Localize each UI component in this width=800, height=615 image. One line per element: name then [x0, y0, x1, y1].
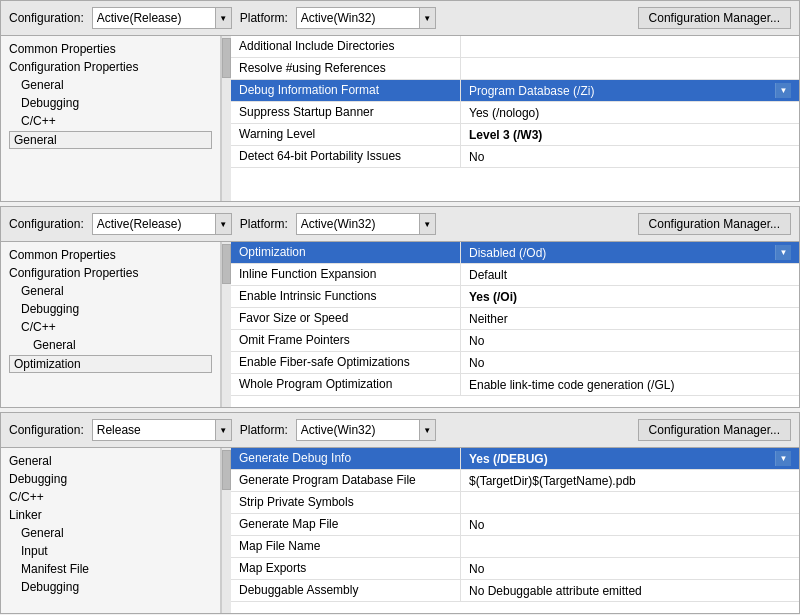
property-value-text: Disabled (/Od)	[469, 246, 775, 260]
tree-item[interactable]: C/C++	[1, 112, 220, 130]
tree-item[interactable]: Linker	[1, 506, 220, 524]
config-manager-button[interactable]: Configuration Manager...	[638, 419, 791, 441]
property-name: Resolve #using References	[231, 58, 461, 79]
property-row[interactable]: Generate Map FileNo	[231, 514, 799, 536]
properties-panel: Additional Include DirectoriesResolve #u…	[231, 36, 799, 201]
tree-item[interactable]: Debugging	[1, 578, 220, 596]
property-name: Map Exports	[231, 558, 461, 579]
tree-item[interactable]: General	[1, 336, 220, 354]
tree-panel: Common PropertiesConfiguration Propertie…	[1, 36, 221, 201]
property-row[interactable]: Whole Program OptimizationEnable link-ti…	[231, 374, 799, 396]
property-row[interactable]: Resolve #using References	[231, 58, 799, 80]
config-combo-arrow[interactable]: ▼	[215, 8, 231, 28]
tree-item[interactable]: Debugging	[1, 94, 220, 112]
property-row[interactable]: Generate Program Database File$(TargetDi…	[231, 470, 799, 492]
panel-3: Configuration: Release ▼ Platform: Activ…	[0, 412, 800, 614]
property-value: Level 3 (/W3)	[461, 124, 799, 145]
property-dropdown-button[interactable]: ▼	[775, 451, 791, 466]
property-name: Debug Information Format	[231, 80, 461, 101]
property-row[interactable]: Enable Fiber-safe OptimizationsNo	[231, 352, 799, 374]
tree-item[interactable]: General	[1, 76, 220, 94]
platform-combo-arrow[interactable]: ▼	[419, 8, 435, 28]
config-value: Active(Release)	[97, 11, 215, 25]
platform-value: Active(Win32)	[301, 11, 419, 25]
property-row[interactable]: Detect 64-bit Portability IssuesNo	[231, 146, 799, 168]
property-row[interactable]: Additional Include Directories	[231, 36, 799, 58]
property-row[interactable]: Omit Frame PointersNo	[231, 330, 799, 352]
property-name: Generate Debug Info	[231, 448, 461, 469]
property-row[interactable]: Strip Private Symbols	[231, 492, 799, 514]
property-value-text: Neither	[469, 312, 791, 326]
property-name: Detect 64-bit Portability Issues	[231, 146, 461, 167]
platform-label: Platform:	[240, 217, 288, 231]
property-name: Suppress Startup Banner	[231, 102, 461, 123]
platform-combo[interactable]: Active(Win32) ▼	[296, 419, 436, 441]
property-row[interactable]: Enable Intrinsic FunctionsYes (/Oi)	[231, 286, 799, 308]
tree-item[interactable]: General	[1, 452, 220, 470]
config-manager-button[interactable]: Configuration Manager...	[638, 7, 791, 29]
property-value: Disabled (/Od)▼	[461, 242, 799, 263]
left-scrollbar[interactable]	[221, 36, 231, 201]
platform-combo-arrow[interactable]: ▼	[419, 214, 435, 234]
content-row: GeneralDebuggingC/C++LinkerGeneralInputM…	[1, 448, 799, 613]
property-row[interactable]: Map File Name	[231, 536, 799, 558]
tree-item[interactable]: General	[1, 524, 220, 542]
property-name: Omit Frame Pointers	[231, 330, 461, 351]
property-name: Inline Function Expansion	[231, 264, 461, 285]
config-combo-arrow[interactable]: ▼	[215, 420, 231, 440]
property-row[interactable]: Favor Size or SpeedNeither	[231, 308, 799, 330]
left-scrollbar[interactable]	[221, 448, 231, 613]
tree-item[interactable]: Debugging	[1, 300, 220, 318]
platform-label: Platform:	[240, 11, 288, 25]
property-dropdown-button[interactable]: ▼	[775, 83, 791, 98]
tree-item[interactable]: C/C++	[1, 488, 220, 506]
tree-item[interactable]: Input	[1, 542, 220, 560]
tree-item[interactable]: Common Properties	[1, 246, 220, 264]
property-name: Additional Include Directories	[231, 36, 461, 57]
property-row[interactable]: Warning LevelLevel 3 (/W3)	[231, 124, 799, 146]
property-name: Whole Program Optimization	[231, 374, 461, 395]
config-combo[interactable]: Active(Release) ▼	[92, 213, 232, 235]
property-row[interactable]: Debug Information FormatProgram Database…	[231, 80, 799, 102]
tree-item[interactable]: Configuration Properties	[1, 58, 220, 76]
tree-item[interactable]: Debugging	[1, 470, 220, 488]
property-name: Optimization	[231, 242, 461, 263]
platform-value: Active(Win32)	[301, 217, 419, 231]
platform-combo[interactable]: Active(Win32) ▼	[296, 213, 436, 235]
property-row[interactable]: Debuggable AssemblyNo Debuggable attribu…	[231, 580, 799, 602]
tree-item[interactable]: C/C++	[1, 318, 220, 336]
property-row[interactable]: Map ExportsNo	[231, 558, 799, 580]
platform-combo-arrow[interactable]: ▼	[419, 420, 435, 440]
property-value-text: Level 3 (/W3)	[469, 128, 791, 142]
content-row: Common PropertiesConfiguration Propertie…	[1, 242, 799, 407]
toolbar-row: Configuration: Release ▼ Platform: Activ…	[1, 413, 799, 448]
config-combo[interactable]: Active(Release) ▼	[92, 7, 232, 29]
property-value: Default	[461, 264, 799, 285]
properties-panel: Generate Debug InfoYes (/DEBUG)▼Generate…	[231, 448, 799, 613]
property-row[interactable]: Generate Debug InfoYes (/DEBUG)▼	[231, 448, 799, 470]
platform-combo[interactable]: Active(Win32) ▼	[296, 7, 436, 29]
property-value-text: No	[469, 562, 791, 576]
tree-item[interactable]: General	[1, 282, 220, 300]
property-name: Generate Map File	[231, 514, 461, 535]
tree-item[interactable]: Configuration Properties	[1, 264, 220, 282]
property-value: No	[461, 352, 799, 373]
property-name: Map File Name	[231, 536, 461, 557]
property-value-text: Yes (/DEBUG)	[469, 452, 775, 466]
config-manager-button[interactable]: Configuration Manager...	[638, 213, 791, 235]
property-row[interactable]: Inline Function ExpansionDefault	[231, 264, 799, 286]
property-name: Favor Size or Speed	[231, 308, 461, 329]
tree-item[interactable]: Common Properties	[1, 40, 220, 58]
property-row[interactable]: OptimizationDisabled (/Od)▼	[231, 242, 799, 264]
toolbar-row: Configuration: Active(Release) ▼ Platfor…	[1, 207, 799, 242]
left-scrollbar[interactable]	[221, 242, 231, 407]
property-name: Enable Intrinsic Functions	[231, 286, 461, 307]
property-dropdown-button[interactable]: ▼	[775, 245, 791, 260]
property-value: No	[461, 514, 799, 535]
config-combo-arrow[interactable]: ▼	[215, 214, 231, 234]
tree-item[interactable]: Optimization	[9, 355, 212, 373]
tree-item[interactable]: Manifest File	[1, 560, 220, 578]
property-row[interactable]: Suppress Startup BannerYes (/nologo)	[231, 102, 799, 124]
config-combo[interactable]: Release ▼	[92, 419, 232, 441]
tree-item[interactable]: General	[9, 131, 212, 149]
